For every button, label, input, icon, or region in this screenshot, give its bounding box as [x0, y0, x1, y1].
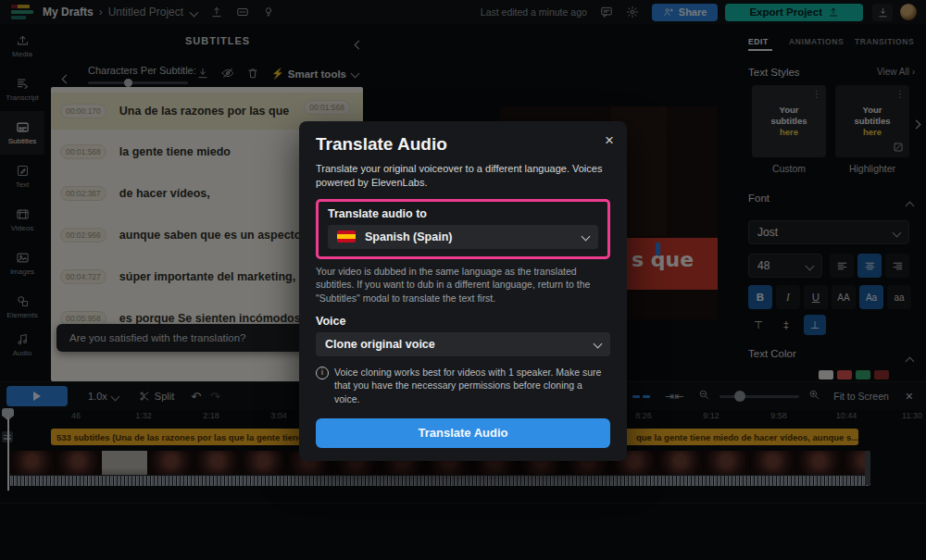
voice-value: Clone original voice — [325, 338, 435, 351]
translate-to-label: Translate audio to — [328, 207, 598, 220]
spain-flag-icon — [337, 230, 356, 243]
chevron-down-icon — [582, 232, 591, 242]
language-select[interactable]: Spanish (Spain) — [328, 225, 598, 249]
dub-helper-text: Your video is dubbed in the same languag… — [316, 265, 610, 305]
voice-label: Voice — [316, 315, 610, 328]
chevron-down-icon — [594, 340, 603, 349]
translate-audio-submit-button[interactable]: Translate Audio — [316, 418, 610, 448]
voice-select[interactable]: Clone original voice — [316, 332, 610, 356]
modal-close-icon[interactable]: × — [605, 132, 614, 148]
translate-audio-modal: Translate Audio × Translate your origina… — [299, 121, 627, 461]
modal-title: Translate Audio — [316, 134, 610, 155]
language-value: Spanish (Spain) — [365, 230, 452, 243]
voice-cloning-info: i Voice cloning works best for videos wi… — [316, 366, 610, 406]
app-window: My Drafts › Untitled Project Last edited… — [0, 0, 926, 560]
info-icon: i — [316, 367, 329, 380]
translate-to-highlight-box: Translate audio to Spanish (Spain) — [316, 199, 610, 259]
modal-description: Translate your original voiceover to a d… — [316, 162, 610, 190]
